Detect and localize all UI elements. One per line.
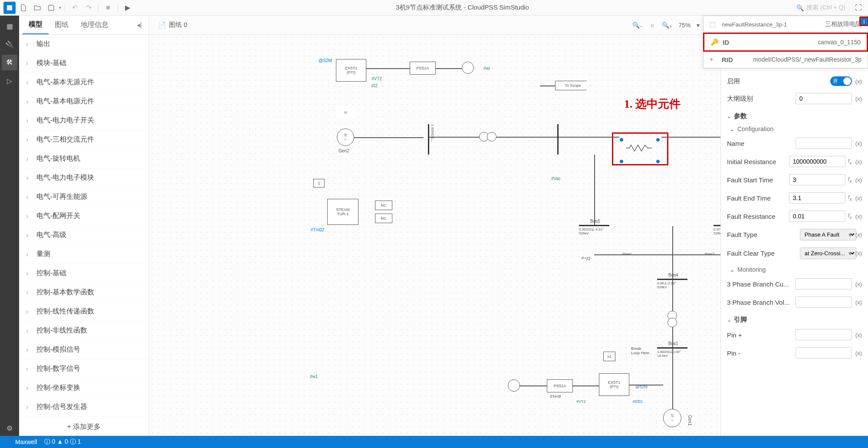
fx-button[interactable]: fx (848, 194, 852, 202)
sum-junction-1[interactable] (462, 62, 474, 74)
block-exst1-1[interactable]: EXST1 (PTI) (336, 59, 366, 82)
fx-button[interactable]: fx (848, 212, 852, 220)
category-row[interactable]: ›电气-基本无源元件 (19, 73, 149, 92)
block-steam-tur1[interactable]: STEAM TUR-1 (327, 199, 358, 225)
category-row[interactable]: ›电气-高级 (19, 226, 149, 245)
category-row[interactable]: ›电气-电力电子开关 (19, 111, 149, 130)
pin-input[interactable] (796, 329, 852, 340)
reset-button[interactable]: (x) (855, 231, 862, 238)
config-select[interactable]: at Zero-Crossi... (800, 247, 856, 259)
pi-block[interactable]: π (336, 106, 355, 119)
const-1[interactable]: 1 (313, 179, 325, 188)
info-bubble-icon[interactable]: i (859, 16, 868, 26)
fx-button[interactable]: fx (848, 176, 852, 184)
fullscreen-icon[interactable]: ⛶ (852, 2, 865, 14)
xfmr-3b[interactable] (667, 318, 677, 327)
config-input[interactable] (789, 156, 845, 167)
category-row[interactable]: ›控制-信号发生器 (19, 398, 149, 417)
category-row[interactable]: ›模块-基础 (19, 54, 149, 73)
tab-model[interactable]: 模型 (23, 16, 49, 34)
block-x1[interactable]: x1 (603, 352, 615, 361)
save-icon[interactable] (45, 2, 57, 14)
bus-7[interactable] (557, 124, 559, 155)
category-row[interactable]: ›电气-旋转电机 (19, 149, 149, 168)
rail-settings-icon[interactable]: ⚙ (2, 420, 17, 436)
block-exst1-2[interactable]: EXST1 (PTI) (599, 373, 629, 396)
open-folder-icon[interactable] (31, 2, 43, 14)
info-rid-row[interactable]: ⌖ RID model/CloudPSS/_newFaultResistor_3… (704, 51, 868, 68)
category-row[interactable]: ›控制-数字信号 (19, 359, 149, 379)
reset-button[interactable]: (x) (855, 158, 862, 165)
run-icon[interactable]: ▶ (122, 2, 134, 14)
category-row[interactable]: ›控制-线性传递函数 (19, 302, 149, 321)
rail-canvas-icon[interactable]: ▦ (2, 18, 17, 34)
block-pss1a-2[interactable]: PSS1A (547, 379, 573, 392)
category-row[interactable]: ›控制-基本数学函数 (19, 283, 149, 302)
block-nc-1[interactable]: NC (375, 201, 392, 210)
to-scope-block[interactable]: To Scope (555, 81, 591, 90)
rail-tools-icon[interactable]: 🛠 (2, 55, 17, 70)
xfmr-1b[interactable] (487, 132, 496, 142)
sync-gen-2[interactable]: S~ (337, 128, 354, 146)
list-icon[interactable]: ≡ (102, 2, 114, 14)
category-row[interactable]: ›量测 (19, 245, 149, 264)
reset-button[interactable]: (x) (855, 332, 862, 338)
collapse-left-icon[interactable]: ◂| (133, 19, 145, 31)
pin-input[interactable] (796, 347, 852, 359)
reset-outline[interactable]: (x) (855, 96, 862, 102)
app-logo-icon[interactable] (3, 2, 16, 14)
component-category-list[interactable]: ›输出›模块-基础›电气-基本无源元件›电气-基本电源元件›电气-电力电子开关›… (19, 35, 149, 418)
category-row[interactable]: ›电气-基本电源元件 (19, 92, 149, 111)
search-box[interactable]: 🔍 搜索 (Ctrl + Q) (791, 4, 851, 12)
fx-button[interactable]: fx (848, 158, 852, 165)
sum-junction-2[interactable] (508, 379, 520, 392)
category-row[interactable]: ›输出 (19, 35, 149, 54)
reset-button[interactable]: (x) (855, 140, 862, 147)
tab-geo[interactable]: 地理信息 (75, 16, 115, 34)
sync-gen-1[interactable]: S~ (663, 409, 681, 427)
config-input[interactable] (789, 211, 845, 222)
config-select[interactable]: Phase A Fault (800, 229, 856, 240)
reset-button[interactable]: (x) (855, 213, 862, 220)
block-pss1a-1[interactable]: PSS1A (410, 62, 436, 75)
category-row[interactable]: ›控制-基础 (19, 264, 149, 283)
fault-resistor-comp[interactable] (626, 144, 652, 152)
tab-sheet[interactable]: 图纸 (49, 16, 75, 34)
bus-left[interactable] (428, 124, 429, 155)
rail-plug-icon[interactable]: 🔌 (2, 36, 17, 52)
config-input[interactable] (789, 174, 845, 185)
status-user[interactable]: 👤Maxwell (5, 438, 37, 445)
config-input[interactable] (789, 192, 845, 204)
category-row[interactable]: ›电气-配网开关 (19, 207, 149, 226)
bus6-bar[interactable] (713, 225, 720, 226)
category-row[interactable]: ›电气-电力电子模块 (19, 168, 149, 188)
subsection-config[interactable]: ⌄Configuration (721, 122, 868, 134)
block-nc-2[interactable]: NC (375, 214, 392, 223)
reset-button[interactable]: (x) (855, 195, 862, 201)
section-params[interactable]: ⌄参数 (721, 108, 868, 122)
redo-icon[interactable]: ↷ (82, 2, 95, 14)
reset-button[interactable]: (x) (855, 350, 862, 356)
subsection-monitoring[interactable]: ⌄Monitoring (721, 263, 868, 275)
schematic-canvas[interactable]: EXST1 (PTI) PSS1A @S2M #wr #VT2 #I2 S~ G… (149, 35, 720, 436)
mon-input[interactable] (796, 278, 852, 290)
new-file-icon[interactable] (17, 2, 30, 14)
mon-input[interactable] (796, 296, 852, 308)
category-row[interactable]: ›电气-可再生能源 (19, 188, 149, 207)
category-row[interactable]: ›电气-三相交流元件 (19, 130, 149, 149)
info-id-row[interactable]: 🔑 ID canvas_0_1150 (703, 33, 868, 52)
reset-button[interactable]: (x) (855, 177, 862, 183)
reset-enable[interactable]: (x) (855, 78, 862, 85)
reset-button[interactable]: (x) (855, 299, 862, 306)
category-row[interactable]: ›控制-模拟信号 (19, 340, 149, 359)
add-more-button[interactable]: + 添加更多 (19, 418, 149, 436)
rail-play-icon[interactable]: ▷ (2, 73, 17, 89)
category-row[interactable]: ›控制-坐标变换 (19, 379, 149, 398)
section-pins[interactable]: ⌄引脚 (721, 311, 868, 326)
category-row[interactable]: ›控制-非线性函数 (19, 321, 149, 340)
outline-input[interactable] (796, 93, 852, 104)
zoom-out-restore-icon[interactable]: 🔍₋ (631, 20, 644, 30)
zoom-in-icon[interactable]: 🔍₊ (660, 20, 674, 30)
bus5-bar[interactable] (579, 225, 609, 226)
config-input[interactable] (796, 138, 852, 149)
